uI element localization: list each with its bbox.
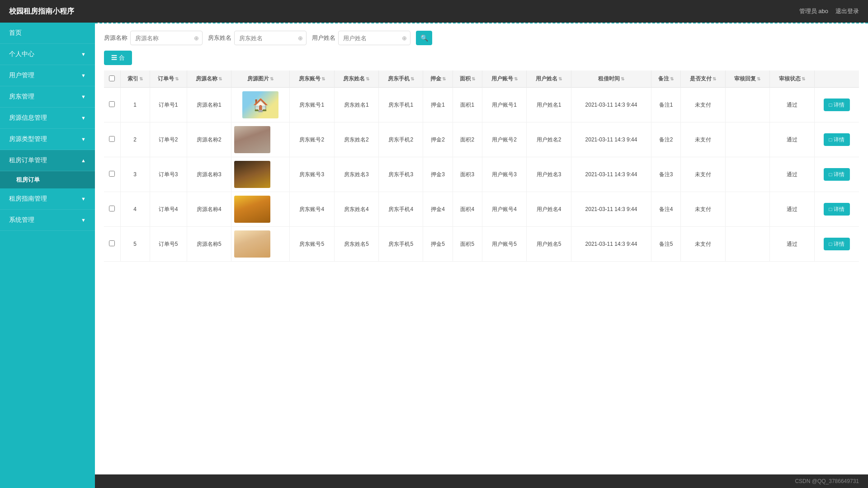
- row-order-no: 订单号2: [150, 122, 187, 157]
- search-button[interactable]: 🔍: [416, 31, 432, 45]
- chevron-up-icon: ▲: [81, 158, 86, 163]
- search-icon: ⊕: [298, 35, 303, 42]
- row-audit-status: 通过: [770, 157, 814, 192]
- sidebar-item-home[interactable]: 首页: [0, 23, 95, 44]
- room-name-input[interactable]: [130, 31, 203, 45]
- row-note: 备注3: [651, 157, 681, 192]
- footer-credit: CSDN @QQ_3786649731: [795, 478, 859, 484]
- sidebar: 首页 个人中心 ▼ 用户管理 ▼ 房东管理 ▼ 房源信息管理 ▼ 房源类型管理 …: [0, 23, 95, 488]
- row-rent-time: 2021-03-11 14:3 9:44: [571, 122, 651, 157]
- th-note: 备注⇅: [651, 70, 681, 88]
- th-room-image: 房源图片⇅: [231, 70, 290, 88]
- admin-label: 管理员 abo: [799, 7, 828, 15]
- row-audit-reply: [725, 192, 769, 227]
- select-all-checkbox[interactable]: [109, 75, 115, 81]
- th-landlord-name: 房东姓名⇅: [334, 70, 378, 88]
- sidebar-item-personal[interactable]: 个人中心 ▼: [0, 44, 95, 65]
- row-area: 面积5: [453, 227, 482, 262]
- th-audit-reply: 审核回复⇅: [725, 70, 769, 88]
- row-deposit: 押金5: [423, 227, 453, 262]
- sidebar-item-order-mgmt[interactable]: 租房订单管理 ▲: [0, 150, 95, 171]
- row-index: 1: [120, 88, 150, 122]
- room-thumbnail: 🏠: [242, 91, 278, 118]
- sidebar-item-landlord-mgmt[interactable]: 房东管理 ▼: [0, 86, 95, 108]
- user-name-input[interactable]: [338, 31, 410, 45]
- row-area: 面积1: [453, 88, 482, 122]
- sidebar-item-system-mgmt[interactable]: 系统管理 ▼: [0, 210, 95, 231]
- sort-icon: ⇅: [218, 76, 222, 81]
- row-room-image: 🏠: [231, 88, 290, 122]
- logout-button[interactable]: 退出登录: [835, 7, 859, 15]
- detail-button[interactable]: □ 详情: [824, 168, 850, 181]
- search-icon: 🔍: [420, 34, 428, 42]
- row-checkbox[interactable]: [109, 206, 115, 211]
- sort-icon: ⇅: [442, 76, 446, 81]
- th-area: 面积⇅: [453, 70, 482, 88]
- row-landlord-phone: 房东手机1: [378, 88, 423, 122]
- row-checkbox-cell: [104, 157, 120, 192]
- row-landlord-no: 房东账号5: [290, 227, 334, 262]
- row-landlord-no: 房东账号1: [290, 88, 334, 122]
- row-deposit: 押金4: [423, 192, 453, 227]
- row-order-no: 订单号3: [150, 157, 187, 192]
- row-paid: 未支付: [681, 227, 725, 262]
- th-action: [814, 70, 859, 88]
- th-room-name: 房源名称⇅: [187, 70, 231, 88]
- row-audit-status: 通过: [770, 192, 814, 227]
- row-landlord-no: 房东账号3: [290, 157, 334, 192]
- user-name-input-wrap: ⊕: [338, 31, 410, 45]
- sidebar-item-rental-order[interactable]: 租房订单: [0, 171, 95, 188]
- filter-landlord-name: 房东姓名 ⊕: [208, 31, 307, 45]
- row-checkbox[interactable]: [109, 101, 115, 107]
- row-checkbox[interactable]: [109, 171, 115, 177]
- sort-icon: ⇅: [472, 76, 475, 81]
- chevron-down-icon: ▼: [81, 94, 86, 99]
- sidebar-item-rental-guide-mgmt[interactable]: 租房指南管理 ▼: [0, 188, 95, 210]
- row-room-image: [231, 192, 290, 227]
- row-room-name: 房源名称3: [187, 157, 231, 192]
- orders-table: 索引⇅ 订单号⇅ 房源名称⇅ 房源图片⇅ 房东账号⇅ 房东姓名⇅ 房东手机⇅ 押…: [104, 70, 859, 262]
- row-landlord-phone: 房东手机2: [378, 122, 423, 157]
- row-landlord-no: 房东账号4: [290, 192, 334, 227]
- th-landlord-phone: 房东手机⇅: [378, 70, 423, 88]
- row-checkbox-cell: [104, 227, 120, 262]
- row-checkbox[interactable]: [109, 240, 115, 246]
- delete-button[interactable]: ☰ 合: [104, 51, 132, 65]
- sidebar-item-room-type-mgmt[interactable]: 房源类型管理 ▼: [0, 129, 95, 150]
- chevron-down-icon: ▼: [81, 196, 86, 202]
- chevron-down-icon: ▼: [81, 52, 86, 57]
- row-audit-status: 通过: [770, 227, 814, 262]
- row-landlord-phone: 房东手机4: [378, 192, 423, 227]
- sidebar-item-room-info-mgmt[interactable]: 房源信息管理 ▼: [0, 108, 95, 129]
- row-landlord-no: 房东账号2: [290, 122, 334, 157]
- row-action-cell: □ 详情: [814, 122, 859, 157]
- app-title: 校园租房指南小程序: [9, 7, 74, 16]
- table-header-row: 索引⇅ 订单号⇅ 房源名称⇅ 房源图片⇅ 房东账号⇅ 房东姓名⇅ 房东手机⇅ 押…: [104, 70, 859, 88]
- th-checkbox: [104, 70, 120, 88]
- search-icon: ⊕: [402, 35, 407, 42]
- row-index: 4: [120, 192, 150, 227]
- landlord-name-input[interactable]: [234, 31, 307, 45]
- detail-button[interactable]: □ 详情: [824, 203, 850, 216]
- detail-button[interactable]: □ 详情: [824, 99, 850, 111]
- detail-button[interactable]: □ 详情: [824, 133, 850, 146]
- sort-icon: ⇅: [321, 76, 325, 81]
- detail-button[interactable]: □ 详情: [824, 238, 850, 250]
- row-paid: 未支付: [681, 88, 725, 122]
- row-checkbox-cell: [104, 88, 120, 122]
- room-thumbnail: [234, 161, 270, 188]
- row-order-no: 订单号4: [150, 192, 187, 227]
- row-audit-reply: [725, 157, 769, 192]
- sort-icon: ⇅: [621, 76, 624, 81]
- row-checkbox-cell: [104, 122, 120, 157]
- th-rent-time: 租借时间⇅: [571, 70, 651, 88]
- row-index: 5: [120, 227, 150, 262]
- row-area: 面积4: [453, 192, 482, 227]
- row-user-no: 用户账号4: [482, 192, 526, 227]
- room-name-input-wrap: ⊕: [130, 31, 203, 45]
- sidebar-item-user-mgmt[interactable]: 用户管理 ▼: [0, 65, 95, 86]
- row-user-name: 用户姓名4: [527, 192, 571, 227]
- th-audit-status: 审核状态⇅: [770, 70, 814, 88]
- row-checkbox[interactable]: [109, 136, 115, 142]
- row-user-no: 用户账号1: [482, 88, 526, 122]
